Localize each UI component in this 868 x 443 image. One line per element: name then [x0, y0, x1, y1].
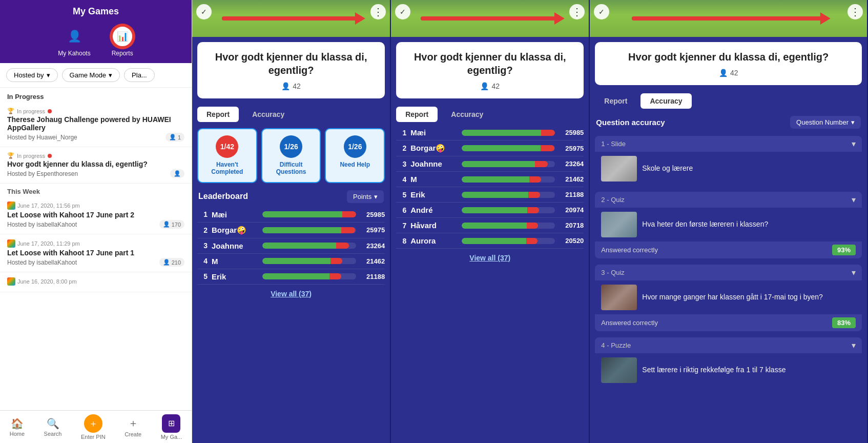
sidebar-item-reports[interactable]: 📊 Reports	[111, 25, 134, 57]
player-count-let-loose-2: 👤 170	[159, 220, 184, 229]
accuracy-pct-3: 83%	[832, 317, 856, 328]
sidebar-title: My Games	[0, 0, 192, 21]
lb-row-2-7: 7 Håvard 20718	[396, 218, 584, 233]
game-card-players-1: 👤 42	[205, 82, 377, 90]
reports-label: Reports	[112, 50, 133, 57]
lb-bar-2-4	[462, 176, 555, 183]
sidebar: My Games 👤 My Kahoots 📊 Reports Hosted b…	[0, 0, 192, 443]
question-label-3: 3 - Quiz	[601, 269, 625, 276]
status-dot-2	[48, 154, 52, 158]
nav-home[interactable]: 🏠 Home	[10, 417, 25, 437]
header-bg-2	[391, 0, 589, 37]
game-status-in-progress-1: 🏆 In progress	[7, 108, 184, 114]
lb-row-2-3: 3 Joahnne 23264	[396, 156, 584, 172]
sidebar-nav-icons: 👤 My Kahoots 📊 Reports	[0, 21, 192, 63]
stat-need-help-1[interactable]: 1/26 Need Help	[325, 128, 385, 183]
stats-row-1: 1/42 Haven't Completed 1/26 Difficult Qu…	[192, 125, 390, 186]
sidebar-item-my-kahoots[interactable]: 👤 My Kahoots	[58, 25, 90, 57]
question-header-3[interactable]: 3 - Quiz ▾	[595, 265, 862, 280]
nav-create[interactable]: ＋ Create	[125, 416, 141, 437]
stat-havent-1[interactable]: 1/42 Haven't Completed	[197, 128, 257, 183]
points-dropdown-1[interactable]: Points ▾	[347, 190, 384, 203]
question-item-3: 3 - Quiz ▾ Hvor mange ganger har klassen…	[595, 265, 862, 331]
game-title-let-loose-1: Let Loose with Kahoot 17 June part 1	[7, 249, 184, 257]
nav-search[interactable]: 🔍 Search	[44, 417, 62, 437]
lb-bar-2-8	[462, 238, 555, 244]
tab-accuracy-1[interactable]: Accuracy	[243, 107, 294, 122]
game-title-hvor: Hvor godt kjenner du klassa di, egentlig…	[7, 160, 184, 168]
column-header-img-3: ✓ ⋮	[590, 0, 867, 37]
my-games-icon: ⊞	[162, 414, 180, 433]
tab-row-1: Report Accuracy	[192, 104, 390, 125]
question-header-4[interactable]: 4 - Puzzle ▾	[595, 337, 862, 353]
tab-accuracy-2[interactable]: Accuracy	[442, 107, 492, 122]
player-count-therese: 👤 1	[166, 133, 184, 142]
my-games-title: My Games	[73, 6, 119, 16]
chevron-down-icon-q2: ▾	[852, 195, 856, 205]
hosted-by-filter[interactable]: Hosted by ▾	[6, 68, 58, 82]
question-text-4: Sett lærere i riktig rekkefølge fra 1 ti…	[642, 365, 856, 375]
view-all-2[interactable]: View all (37)	[391, 249, 589, 267]
chevron-down-icon-q4: ▾	[852, 340, 856, 350]
game-item-therese[interactable]: 🏆 In progress Therese Johaug Challenge p…	[0, 103, 192, 147]
status-dot	[48, 109, 52, 113]
tab-report-1[interactable]: Report	[197, 107, 239, 122]
checkmark-btn-3[interactable]: ✓	[594, 4, 609, 19]
lb-row-2-4: 4 M 21462	[396, 172, 584, 187]
lb-row-1-5: 5 Erik 21188	[197, 269, 385, 285]
chevron-down-icon: ▾	[109, 71, 112, 79]
question-number-dropdown[interactable]: Question Number ▾	[790, 116, 861, 129]
game-card-players-2: 👤 42	[404, 82, 575, 90]
kahoot-icon-1	[7, 202, 15, 210]
question-text-3: Hvor mange ganger har klassen gått i 17-…	[642, 292, 856, 303]
hosted-by-label: Hosted by	[14, 71, 44, 79]
header-dots-1[interactable]: ⋮	[370, 4, 386, 19]
game-host-let-loose-2: Hosted by isabellaKahoot 👤 170	[7, 220, 184, 229]
game-date-1: June 17, 2020, 11:56 pm	[7, 202, 184, 210]
nav-enter-pin[interactable]: ＋ Enter PIN	[81, 414, 106, 440]
question-header-1[interactable]: 1 - Slide ▾	[595, 136, 862, 152]
game-card-title-3: Hvor godt kjenner du klassa di, egentlig…	[603, 50, 854, 64]
question-thumb-4	[601, 357, 637, 383]
accuracy-header: Question accuracy Question Number ▾	[590, 112, 867, 133]
checkmark-btn-1[interactable]: ✓	[196, 4, 212, 19]
header-icons-2: ✓	[395, 4, 410, 19]
bottom-navigation: 🏠 Home 🔍 Search ＋ Enter PIN ＋ Create ⊞ M…	[0, 410, 192, 443]
lb-bar-2-6	[462, 207, 555, 213]
players-label: Pla...	[132, 71, 147, 79]
players-filter[interactable]: Pla...	[124, 68, 155, 82]
trophy-icon-2: 🏆	[7, 152, 14, 159]
home-icon: 🏠	[11, 417, 24, 430]
game-item-let-loose-1[interactable]: June 17, 2020, 11:29 pm Let Loose with K…	[0, 234, 192, 272]
stat-badge-need-help: 1/26	[344, 135, 366, 158]
game-item-june16[interactable]: June 16, 2020, 8:00 pm	[0, 272, 192, 292]
game-card-players-3: 👤 42	[603, 69, 854, 77]
tab-row-3: Report Accuracy	[590, 90, 867, 112]
game-item-hvor[interactable]: 🏆 In progress Hvor godt kjenner du klass…	[0, 147, 192, 184]
stat-label-difficult: Difficult Questions	[266, 161, 316, 176]
game-mode-filter[interactable]: Game Mode ▾	[62, 68, 120, 82]
chevron-down-icon-points: ▾	[374, 193, 378, 200]
my-kahoots-label: My Kahoots	[58, 50, 90, 57]
accuracy-pct-2: 93%	[832, 245, 856, 255]
tab-report-2[interactable]: Report	[396, 107, 438, 122]
tab-report-3[interactable]: Report	[595, 93, 636, 109]
view-all-1[interactable]: View all (37)	[192, 285, 390, 303]
question-text-2: Hva heter den første læreren i klassen?	[642, 219, 856, 230]
header-dots-3[interactable]: ⋮	[848, 4, 863, 19]
players-icon-1: 👤	[281, 82, 290, 90]
nav-my-games[interactable]: ⊞ My Ga...	[161, 414, 182, 440]
stat-difficult-1[interactable]: 1/26 Difficult Questions	[261, 128, 321, 183]
question-thumb-1	[601, 156, 637, 182]
column-header-img-2: ✓ ⋮	[391, 0, 589, 37]
tab-accuracy-3[interactable]: Accuracy	[640, 93, 691, 109]
main-content: ✓ ⋮ Hvor godt kjenner du klassa di, egen…	[192, 0, 868, 443]
lb-bar-2-2	[462, 145, 555, 151]
checkmark-btn-2[interactable]: ✓	[395, 4, 410, 19]
red-arrow-1	[222, 16, 360, 21]
game-status-in-progress-2: 🏆 In progress	[7, 152, 184, 159]
question-label-2: 2 - Quiz	[601, 196, 625, 204]
game-host-therese: Hosted by Huawei_Norge 👤 1	[7, 133, 184, 142]
question-header-2[interactable]: 2 - Quiz ▾	[595, 192, 862, 208]
game-item-let-loose-2[interactable]: June 17, 2020, 11:56 pm Let Loose with K…	[0, 196, 192, 234]
